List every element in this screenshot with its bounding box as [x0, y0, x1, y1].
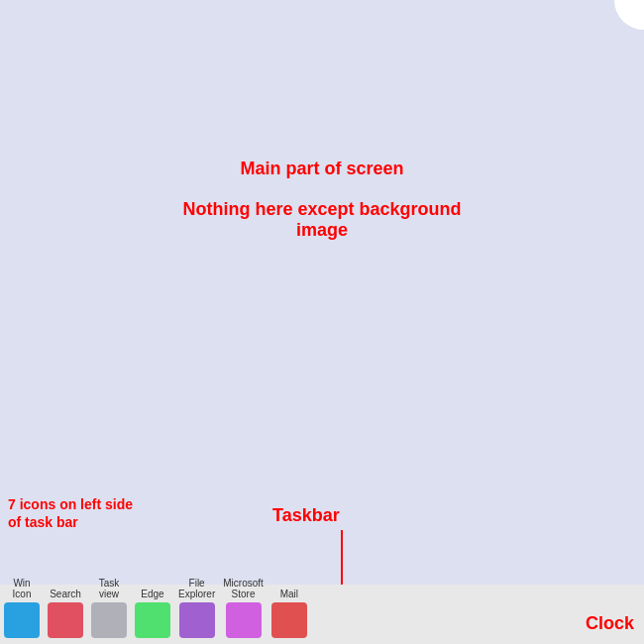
taskbar-edge-group[interactable]: Edge — [135, 589, 170, 642]
annotation-left: 7 icons on left side of task bar — [8, 495, 133, 531]
taskbar: WinIcon Search Taskview Edge FileExplore… — [0, 585, 644, 644]
win-icon[interactable] — [4, 602, 40, 638]
taskbar-mail-group[interactable]: Mail — [271, 589, 307, 642]
desktop-text-area: Main part of screen Nothing here except … — [161, 159, 483, 241]
taskbar-store-group[interactable]: MicrosoftStore — [223, 578, 264, 642]
mail-icon[interactable] — [271, 602, 307, 638]
store-label: MicrosoftStore — [223, 578, 264, 599]
desktop-line1: Main part of screen — [161, 159, 483, 179]
annotation-taskbar: Taskbar — [272, 505, 340, 526]
taskview-label: Taskview — [99, 578, 120, 599]
search-icon[interactable] — [48, 602, 83, 638]
desktop-line2: Nothing here except background image — [161, 199, 483, 241]
clock-label: Clock — [586, 613, 634, 633]
taskbar-fileexplorer-group[interactable]: FileExplorer — [178, 578, 215, 642]
mail-label: Mail — [280, 589, 298, 599]
taskview-icon[interactable] — [91, 602, 127, 638]
fileexplorer-icon[interactable] — [179, 602, 215, 638]
fileexplorer-label: FileExplorer — [178, 578, 215, 599]
clock-area: Clock — [586, 613, 634, 634]
top-right-decoration — [614, 0, 644, 30]
edge-icon[interactable] — [135, 602, 170, 638]
desktop: Main part of screen Nothing here except … — [0, 0, 644, 644]
store-icon[interactable] — [226, 602, 262, 638]
search-label: Search — [50, 589, 81, 599]
taskbar-taskview-group[interactable]: Taskview — [91, 578, 127, 642]
edge-label: Edge — [141, 589, 163, 599]
taskbar-win-icon-group[interactable]: WinIcon — [4, 578, 40, 642]
taskbar-search-group[interactable]: Search — [48, 589, 83, 642]
win-icon-label: WinIcon — [13, 578, 32, 599]
